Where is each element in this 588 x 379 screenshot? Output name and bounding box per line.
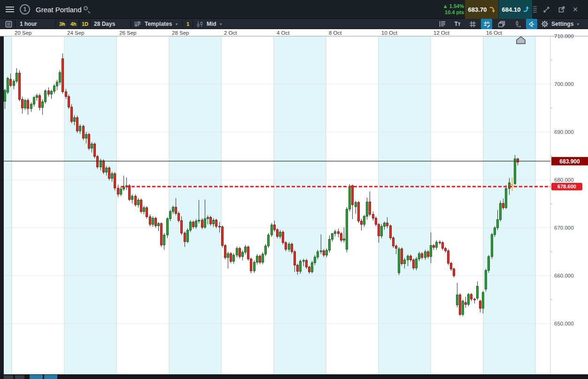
drawing-tools-icon[interactable] [481,19,492,29]
candle [163,235,165,245]
candle [103,161,105,172]
candle [178,213,180,220]
candle [210,217,212,224]
buy-price: 684.10 [502,6,521,13]
candle [268,235,270,246]
x-axis-label: 26 Sep [119,30,136,36]
candle [111,174,113,178]
candle [68,97,70,107]
candle [222,227,224,246]
candle [491,234,493,256]
candle [485,271,487,289]
price-type-dropdown[interactable]: Mid▼ [207,19,223,29]
candle [245,247,247,252]
candle [19,73,21,100]
candle [326,250,328,255]
chart-toolbar: 1 hour▼ 3h 4h 1D 28 Days▼ Templates▼ 1 M… [0,19,588,29]
bottom-active-button[interactable] [30,375,43,379]
candle [395,246,397,248]
candle [248,247,249,259]
candle [219,226,221,227]
candle [297,265,299,271]
y-axis-label: 690.000 [554,129,574,135]
candle [277,230,279,236]
candle [364,217,365,224]
interval-3h-button[interactable]: 3h [59,19,65,29]
chart-properties-icon[interactable] [3,19,14,29]
sell-button[interactable]: 683.70 [465,0,498,19]
interval-1d-button[interactable]: 1D [82,19,88,29]
candle [36,95,38,97]
title-bar: 1 Great Portland ▲ 1.54% 10.4 pts 683.70… [0,0,588,19]
templates-dropdown[interactable]: Templates▼ [145,19,178,29]
settings-dropdown[interactable]: Settings▼ [551,19,580,29]
search-icon[interactable] [84,6,90,13]
popout-icon[interactable] [555,0,567,19]
candle [355,202,357,207]
x-axis-label: 4 Oct [277,30,290,36]
candle-type-icon[interactable] [196,19,204,29]
candle [404,260,406,263]
sell-price: 683.70 [468,6,487,13]
collapse-panel-icon[interactable] [526,19,537,29]
candle [135,196,137,205]
candle [332,233,333,239]
candle [398,249,400,273]
candle [120,189,122,194]
panel-drag-handle[interactable] [533,0,537,19]
buy-button[interactable]: 684.10 [499,0,532,19]
candle [146,208,148,217]
candle [418,254,420,259]
text-annotation-icon[interactable]: Tт [452,19,463,29]
candle [167,219,169,235]
candle [482,293,484,309]
candle [401,249,403,264]
price-chart[interactable]: 710.000700.000690.000680.000670.000660.0… [0,29,588,374]
gridlines-icon[interactable] [467,19,478,29]
candle [227,254,229,257]
candle [16,73,18,81]
interval-4h-button[interactable]: 4h [70,19,77,29]
candle [97,156,99,167]
cascade-windows-icon[interactable] [496,19,507,29]
candle [62,59,64,92]
bottom-active-button[interactable] [44,375,57,379]
candle [158,224,160,226]
quote-panel-icon[interactable] [437,19,448,29]
candle [282,232,284,242]
svg-text:683.900: 683.900 [559,158,580,165]
candle [259,256,261,262]
x-axis-label: 12 Oct [433,30,450,36]
candle [471,294,472,299]
close-icon[interactable]: × [569,0,581,19]
candle [108,168,110,178]
candle [477,286,479,298]
candle [442,243,444,248]
bottom-tool-icon[interactable] [15,375,24,379]
price-marker-icon[interactable] [512,19,523,29]
candle [140,200,142,211]
menu-icon[interactable] [4,0,16,19]
price-change: ▲ 1.54% 10.4 pts [437,0,464,19]
indicator-sliders-icon[interactable] [134,19,141,29]
candle [48,91,50,94]
candle [468,294,470,304]
candle [352,186,354,205]
candle [7,78,9,93]
candle [346,209,348,249]
candle [303,260,305,261]
settings-gear-icon[interactable] [541,19,549,29]
svg-text:678.600: 678.600 [557,184,576,189]
window-number-icon: 1 [20,4,30,15]
change-points: 10.4 pts [445,9,464,15]
candle [10,79,12,85]
candle [88,134,90,148]
maximize-icon[interactable] [540,0,552,19]
candle [393,238,395,246]
bottom-tool-icon[interactable] [4,375,13,379]
candle [323,251,325,255]
candle [242,252,244,256]
interval-dropdown[interactable]: 1 hour▼ [20,19,65,29]
range-dropdown[interactable]: 28 Days▼ [94,19,140,29]
chart-count-badge[interactable]: 1 [186,19,189,29]
